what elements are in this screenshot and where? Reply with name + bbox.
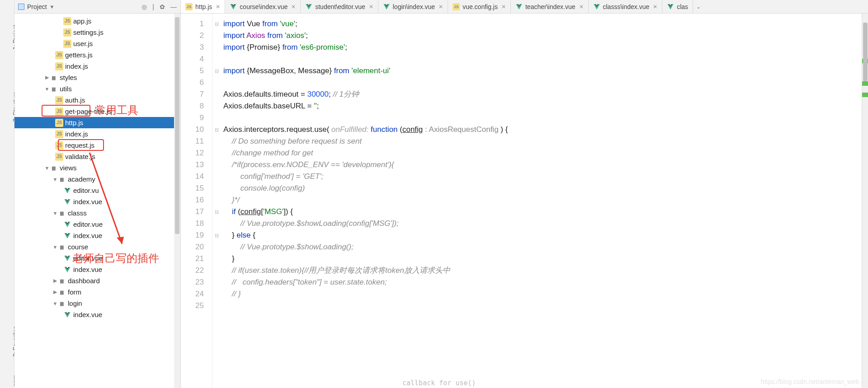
js-file-icon: JS bbox=[55, 108, 63, 116]
tab-label: clas bbox=[677, 3, 688, 10]
tree-item-views[interactable]: ▼▆views bbox=[14, 162, 180, 173]
target-icon[interactable]: ◎ bbox=[142, 3, 147, 10]
project-sidebar: Project ▼ ◎ | ✿ — JSapp.jsJSsettings.jsJ… bbox=[14, 0, 181, 388]
tab-label: classs\index.vue bbox=[603, 3, 650, 10]
folder-icon: ▆ bbox=[58, 299, 66, 308]
expand-icon[interactable]: ▶ bbox=[52, 278, 58, 284]
tree-item-editor-vu[interactable]: editor.vu bbox=[14, 185, 180, 196]
tree-item-get-page-title-js[interactable]: JSget-page-title.js bbox=[14, 106, 180, 117]
settings-icon[interactable]: ✿ bbox=[160, 3, 165, 10]
tab-login-index-vue[interactable]: login\index.vue✕ bbox=[378, 0, 448, 13]
tab-clas[interactable]: clas bbox=[662, 0, 693, 13]
tree-item-validate-js[interactable]: JSvalidate.js bbox=[14, 151, 180, 162]
js-file-icon: JS bbox=[55, 130, 63, 138]
tree-item-form[interactable]: ▶▆form bbox=[14, 286, 180, 298]
folder-icon: ▆ bbox=[58, 209, 66, 217]
tree-item-utils[interactable]: ▼▆utils bbox=[14, 83, 180, 94]
expand-icon[interactable]: ▼ bbox=[44, 165, 50, 171]
tree-item-styles[interactable]: ▶▆styles bbox=[14, 72, 180, 83]
vue-file-icon bbox=[230, 3, 237, 10]
expand-icon[interactable]: ▶ bbox=[44, 75, 50, 80]
editor-tabbar: JShttp.js✕course\index.vue✕student\edito… bbox=[181, 0, 868, 14]
minimize-icon[interactable]: — bbox=[170, 3, 177, 10]
tree-item-label: styles bbox=[60, 74, 77, 81]
tab-close-icon[interactable]: ✕ bbox=[439, 4, 443, 10]
expand-icon[interactable]: ▼ bbox=[52, 177, 58, 182]
tree-item-academy[interactable]: ▼▆academy bbox=[14, 173, 180, 185]
editor-area: JShttp.js✕course\index.vue✕student\edito… bbox=[181, 0, 868, 388]
js-file-icon: JS bbox=[55, 153, 63, 161]
tab-classs-index-vue[interactable]: classs\index.vue✕ bbox=[589, 0, 663, 13]
tree-item-course[interactable]: ▼▆course bbox=[14, 241, 180, 252]
tree-item-getters-js[interactable]: JSgetters.js bbox=[14, 49, 180, 61]
tree-item-label: index.js bbox=[65, 62, 88, 70]
expand-icon[interactable]: ▼ bbox=[44, 86, 50, 92]
tab-close-icon[interactable]: ✕ bbox=[216, 4, 220, 10]
tab-vue-config-js[interactable]: JSvue.config.js✕ bbox=[448, 0, 511, 13]
tab-close-icon[interactable]: ✕ bbox=[369, 4, 373, 10]
tree-item-label: editor.vue bbox=[73, 220, 103, 228]
tabs-overflow-icon[interactable]: ⌄ bbox=[693, 0, 704, 13]
js-file-icon: JS bbox=[55, 141, 63, 150]
vue-file-icon bbox=[593, 3, 600, 10]
tree-item-index-vue[interactable]: index.vue bbox=[14, 230, 180, 241]
tree-item-user-js[interactable]: JSuser.js bbox=[14, 38, 180, 49]
fold-column[interactable]: ⊟⊟⊟⊟⊟ bbox=[212, 14, 221, 388]
expand-icon[interactable]: ▶ bbox=[52, 289, 58, 295]
tab-teacher-index-vue[interactable]: teacher\index.vue✕ bbox=[511, 0, 589, 13]
folder-icon: ▆ bbox=[50, 85, 58, 93]
tree-item-http-js[interactable]: JShttp.js bbox=[14, 117, 180, 128]
tree-item-index-vue[interactable]: index.vue bbox=[14, 309, 180, 320]
tree-item-classs[interactable]: ▼▆classs bbox=[14, 207, 180, 219]
left-tool-strip: 1: Project 7: Structure 2: Favorites npm bbox=[0, 0, 14, 388]
sidebar-title[interactable]: Project bbox=[27, 3, 47, 10]
expand-icon[interactable]: ▼ bbox=[52, 210, 58, 216]
tab-student-editor-vue[interactable]: student\editor.vue✕ bbox=[301, 0, 378, 13]
folder-icon: ▆ bbox=[58, 288, 66, 296]
sidebar-scrollbar[interactable] bbox=[174, 14, 180, 388]
tab-http-js[interactable]: JShttp.js✕ bbox=[181, 0, 225, 13]
tab-close-icon[interactable]: ✕ bbox=[291, 4, 296, 10]
tab-close-icon[interactable]: ✕ bbox=[653, 4, 657, 10]
dropdown-icon[interactable]: ▼ bbox=[50, 4, 55, 9]
tree-item-dashboard[interactable]: ▶▆dashboard bbox=[14, 275, 180, 286]
vue-file-icon bbox=[63, 187, 71, 195]
scrollbar-thumb[interactable] bbox=[175, 17, 179, 234]
scroll-mark bbox=[862, 93, 868, 97]
project-tree[interactable]: JSapp.jsJSsettings.jsJSuser.jsJSgetters.… bbox=[14, 14, 180, 320]
watermark: https://blog.csdn.net/aoteman_web bbox=[761, 378, 859, 385]
sidebar-header: Project ▼ ◎ | ✿ — bbox=[14, 0, 180, 14]
js-file-icon: JS bbox=[453, 3, 460, 10]
tree-item-label: validate.js bbox=[65, 153, 95, 160]
vue-file-icon bbox=[63, 220, 71, 229]
tree-item-settings-js[interactable]: JSsettings.js bbox=[14, 27, 180, 38]
code-content[interactable]: import Vue from 'vue'; import Axios from… bbox=[221, 14, 868, 388]
tree-item-app-js[interactable]: JSapp.js bbox=[14, 15, 180, 27]
scrollbar-thumb[interactable] bbox=[863, 23, 868, 81]
tree-item-request-js[interactable]: JSrequest.js bbox=[14, 140, 180, 151]
tree-item-index-js[interactable]: JSindex.js bbox=[14, 128, 180, 140]
js-file-icon: JS bbox=[63, 28, 71, 37]
tree-item-auth-js[interactable]: JSauth.js bbox=[14, 94, 180, 106]
tree-item-editor-vue[interactable]: editor.vue bbox=[14, 219, 180, 230]
tree-item-login[interactable]: ▼▆login bbox=[14, 298, 180, 309]
breadcrumb-hint: callback for use() bbox=[402, 379, 476, 387]
tab-close-icon[interactable]: ✕ bbox=[501, 4, 506, 10]
tree-item-label: user.js bbox=[73, 40, 93, 47]
tree-item-index-vue[interactable]: index.vue bbox=[14, 196, 180, 207]
tree-item-label: request.js bbox=[65, 141, 94, 149]
tree-item-index-js[interactable]: JSindex.js bbox=[14, 61, 180, 72]
tree-item-label: course bbox=[68, 243, 88, 251]
code-editor[interactable]: 1 2 3 4 5 6 7 8 9 10 11 12 13 14 15 16 1… bbox=[181, 14, 868, 388]
tab-course-index-vue[interactable]: course\index.vue✕ bbox=[225, 0, 301, 13]
tab-label: teacher\index.vue bbox=[525, 3, 576, 10]
tree-item-label: editor.vue bbox=[73, 254, 103, 262]
tree-item-label: index.vue bbox=[73, 198, 102, 206]
js-file-icon: JS bbox=[185, 3, 193, 10]
expand-icon[interactable]: ▼ bbox=[52, 244, 58, 250]
expand-icon[interactable]: ▼ bbox=[52, 301, 58, 306]
editor-scrollbar[interactable] bbox=[862, 14, 868, 388]
tab-close-icon[interactable]: ✕ bbox=[579, 4, 584, 10]
tree-item-editor-vue[interactable]: editor.vue bbox=[14, 252, 180, 264]
tree-item-index-vue[interactable]: index.vue bbox=[14, 264, 180, 275]
